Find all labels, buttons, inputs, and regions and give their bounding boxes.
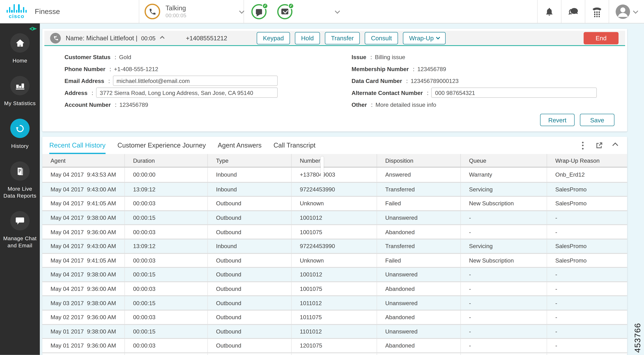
hold-button[interactable]: Hold <box>295 32 320 44</box>
field-label: Membership Number <box>352 66 409 72</box>
chat-panel-button[interactable] <box>562 0 585 23</box>
table-row[interactable]: May 04 2017 9:43:00 AM13:09:12Inbound972… <box>42 182 627 196</box>
table-cell: Outbound <box>208 268 292 281</box>
popout-icon <box>596 142 603 149</box>
table-row[interactable]: May 04 2017 9:36:00 AM00:00:03Outbound10… <box>42 224 627 238</box>
tab-agent-answers[interactable]: Agent Answers <box>218 137 262 154</box>
tab-recent-call-history[interactable]: Recent Call History <box>49 137 106 154</box>
table-cell: Inbound <box>208 168 292 182</box>
column-header-disposition[interactable]: Disposition <box>377 154 461 167</box>
table-cell: - <box>547 211 627 224</box>
column-header-type[interactable]: Type <box>208 154 292 167</box>
table-cell: Transferred <box>377 240 461 253</box>
chevron-down-icon <box>335 8 340 14</box>
more-options-button[interactable] <box>580 141 585 150</box>
table-row[interactable]: May 04 2017 9:41:05 AM00:00:03OutboundUn… <box>42 253 627 267</box>
table-cell: Outbound <box>208 296 292 310</box>
table-cell: Unanswered <box>377 211 461 224</box>
user-menu[interactable] <box>609 0 644 23</box>
avatar-icon <box>616 4 630 19</box>
address-input[interactable] <box>96 88 278 98</box>
table-row[interactable]: May 04 2017 9:38:00 AM00:00:15Outbound10… <box>42 267 627 281</box>
table-cell: - <box>547 296 627 310</box>
agent-state-dropdown[interactable]: Talking 00:00:05 <box>139 0 244 23</box>
end-call-button[interactable]: End <box>584 32 618 44</box>
table-row[interactable]: May 01 2017 9:38:00 AM00:00:15Outbound11… <box>42 324 627 338</box>
table-cell: Servicing <box>461 183 547 196</box>
field-issue: Issue: Billing issue <box>352 51 605 63</box>
sidebar-item-label: My Statistics <box>4 100 36 107</box>
table-row[interactable]: May 04 2017 9:41:05 AM00:00:03OutboundUn… <box>42 196 627 210</box>
revert-button[interactable]: Revert <box>540 114 574 126</box>
table-cell: - <box>461 310 547 324</box>
sidebar-item-more-live-data-reports[interactable]: More Live Data Reports <box>1 162 39 199</box>
table-cell: 1001075 <box>292 282 377 296</box>
collapse-panel-button[interactable] <box>613 143 617 148</box>
save-button[interactable]: Save <box>580 114 614 126</box>
call-panel: Name: Michael Littlefoot | 00:05 +140855… <box>42 29 627 132</box>
envelope-icon <box>281 9 288 14</box>
table-cell: Unanswered <box>377 296 461 310</box>
field-value: 123456789 <box>120 101 148 108</box>
field-data-card-number: Data Card Number: 123456789000123 <box>352 75 605 86</box>
caller-name: Name: Michael Littlefoot | <box>66 34 138 42</box>
email-input[interactable] <box>113 76 278 86</box>
column-header-agent[interactable]: Agent <box>42 154 125 167</box>
popout-button[interactable] <box>596 142 603 149</box>
field-label: Customer Status <box>64 54 110 60</box>
table-cell: 00:00:15 <box>125 296 208 310</box>
table-cell: - <box>461 225 547 239</box>
sidebar-item-my-statistics[interactable]: My Statistics <box>1 76 39 107</box>
collapse-caret-icon[interactable] <box>160 36 164 40</box>
table-cell: SalesPromo <box>547 183 627 196</box>
consult-button[interactable]: Consult <box>365 32 398 44</box>
table-row[interactable]: May 01 2017 9:36:00 AM00:00:03Outbound12… <box>42 338 627 352</box>
sidebar-item-manage-chat-and-email[interactable]: Manage Chat and Email <box>1 211 39 249</box>
table-cell: 1201075 <box>292 339 377 352</box>
column-resize-handle[interactable] <box>321 156 324 178</box>
column-header-queue[interactable]: Queue <box>461 154 547 167</box>
table-row[interactable]: May 04 2017 9:43:53 AM00:00:00Inbound+13… <box>42 168 627 182</box>
table-cell: SalesPromo <box>547 197 627 210</box>
top-header: cisco Finesse Talking 00:00:05 ✓ <box>0 0 644 24</box>
table-cell: - <box>461 282 547 296</box>
alternate-contact-input[interactable] <box>431 88 597 98</box>
table-cell: Outbound <box>208 211 292 224</box>
wrap-up-button[interactable]: Wrap-Up <box>403 32 446 44</box>
table-row[interactable]: May 04 2017 9:36:00 AM00:00:03Outbound10… <box>42 281 627 296</box>
column-header-number[interactable]: Number <box>292 154 377 167</box>
finesse-desktop: cisco Finesse Talking 00:00:05 ✓ <box>0 0 644 355</box>
dialpad-button[interactable] <box>585 0 609 23</box>
tab-customer-experience-journey[interactable]: Customer Experience Journey <box>118 137 206 154</box>
table-cell: Abandoned <box>377 282 461 296</box>
column-header-duration[interactable]: Duration <box>125 154 208 167</box>
table-row[interactable]: May 04 2017 9:43:00 AM13:09:12Inbound972… <box>42 239 627 253</box>
field-other: Other: More detailed issue info <box>352 98 605 110</box>
table-cell: Failed <box>377 254 461 267</box>
table-row[interactable]: May 04 2017 9:38:00 AM00:00:15Outbound10… <box>42 210 627 224</box>
table-row[interactable]: May 03 2017 9:38:00 AM00:00:15Outbound10… <box>42 296 627 310</box>
keypad-button[interactable]: Keypad <box>257 32 290 44</box>
channel-status-dropdown[interactable]: ✓ ✓ <box>244 0 352 23</box>
caller-phone-number: +14085551212 <box>186 34 227 42</box>
table-cell: Outbound <box>208 282 292 296</box>
sidebar-item-home[interactable]: Home <box>1 33 39 64</box>
history-icon <box>10 119 30 138</box>
table-row[interactable]: May 02 2017 9:36:00 AM00:00:03Outbound10… <box>42 310 627 324</box>
talking-phone-icon <box>144 4 160 19</box>
table-cell: 1001012 <box>292 268 377 281</box>
sidebar-item-history[interactable]: History <box>1 119 39 150</box>
table-cell: Unknown <box>292 197 377 210</box>
notifications-button[interactable] <box>538 0 561 23</box>
table-cell: 00:00:03 <box>125 339 208 352</box>
table-cell: - <box>547 310 627 324</box>
table-header-row: AgentDurationTypeNumberDispositionQueueW… <box>42 154 627 168</box>
table-cell: 00:00:15 <box>125 268 208 281</box>
column-header-wrap-up-reason[interactable]: Wrap-Up Reason <box>547 154 627 167</box>
table-cell: +1378049003 <box>292 168 377 182</box>
table-cell: May 04 2017 9:41:05 AM <box>42 197 125 210</box>
pin-icon[interactable] <box>29 26 37 33</box>
transfer-button[interactable]: Transfer <box>325 32 360 44</box>
tab-call-transcript[interactable]: Call Transcript <box>274 137 316 154</box>
table-cell: Onb_Erd12 <box>547 168 627 182</box>
